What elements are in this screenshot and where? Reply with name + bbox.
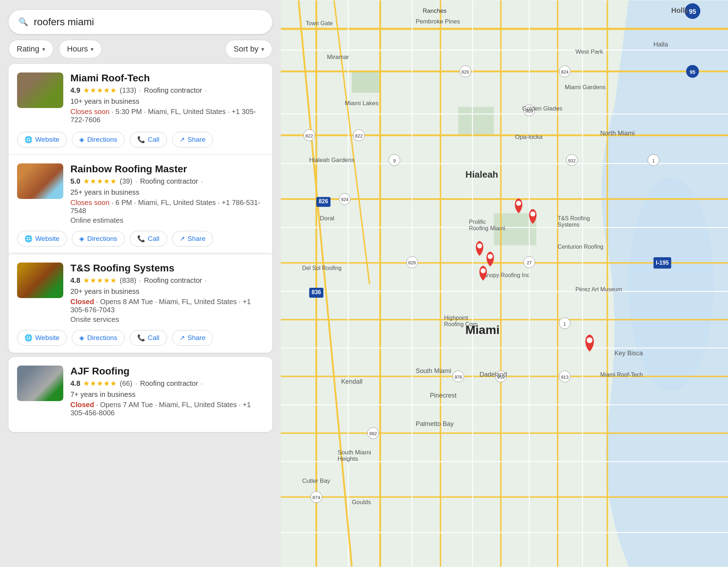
svg-text:I-195: I-195 — [656, 260, 669, 266]
search-input[interactable] — [34, 16, 262, 28]
svg-text:Miami Roof-Tech: Miami Roof-Tech — [600, 372, 643, 378]
website-label: Website — [35, 136, 59, 144]
share-button[interactable]: ↗ Share — [172, 330, 213, 346]
svg-text:Town Gate: Town Gate — [306, 20, 333, 26]
svg-text:Miami Lakes: Miami Lakes — [345, 100, 379, 107]
directions-button[interactable]: ◈ Directions — [72, 132, 124, 147]
svg-text:932: 932 — [568, 158, 576, 163]
svg-text:Canopy Roofing Inc: Canopy Roofing Inc — [480, 272, 529, 278]
call-button[interactable]: 📞 Call — [130, 231, 167, 247]
card-info: Miami Roof-Tech 4.9 ★★★★★ (133) · Roofin… — [70, 72, 264, 125]
hours-filter[interactable]: Hours ▾ — [59, 40, 102, 58]
website-button[interactable]: 🌐 Website — [17, 231, 67, 247]
location: Miami, FL, United States — [159, 298, 237, 306]
svg-text:Hialeah Gardens: Hialeah Gardens — [309, 157, 354, 163]
directions-button[interactable]: ◈ Directions — [72, 231, 124, 247]
svg-text:Roofing Miami: Roofing Miami — [469, 225, 505, 231]
category: Roofing contractor — [140, 379, 198, 388]
card-extra: Onsite services — [70, 315, 264, 324]
svg-text:South Miami: South Miami — [338, 449, 371, 456]
separator2: · — [205, 276, 207, 285]
separator2: · — [201, 177, 203, 185]
years: 10+ years in business — [70, 97, 139, 106]
rating-row: 4.8 ★★★★★ (66) · Roofing contractor · 7+… — [70, 379, 264, 399]
svg-text:Pérez Art Museum: Pérez Art Museum — [576, 286, 622, 292]
directions-icon: ◈ — [79, 334, 84, 342]
svg-point-121 — [481, 268, 486, 273]
svg-text:Roofing Corp: Roofing Corp — [444, 321, 477, 327]
card-image-ajf — [17, 366, 63, 401]
review-count: (66) — [120, 379, 133, 388]
years: 25+ years in business — [70, 188, 139, 196]
share-button[interactable]: ↗ Share — [172, 132, 213, 147]
share-button[interactable]: ↗ Share — [172, 231, 213, 247]
rating-label: Rating — [17, 44, 39, 54]
business-name: T&S Roofing Systems — [70, 263, 264, 274]
ajf-card-container: AJF Roofing 4.8 ★★★★★ (66) · Roofing con… — [9, 357, 272, 432]
svg-point-118 — [530, 211, 535, 216]
svg-text:Kendall: Kendall — [341, 378, 363, 385]
svg-point-117 — [516, 201, 521, 206]
svg-text:Heights: Heights — [338, 455, 358, 462]
card-info: Rainbow Roofing Master 5.0 ★★★★★ (39) · … — [70, 163, 264, 225]
closes-time: 6 PM — [116, 199, 132, 206]
share-label: Share — [188, 235, 206, 243]
call-button[interactable]: 📞 Call — [130, 330, 167, 346]
sort-chevron-icon: ▾ — [261, 46, 264, 53]
rating-number: 4.8 — [70, 379, 80, 388]
website-label: Website — [35, 334, 59, 342]
call-label: Call — [148, 136, 160, 144]
svg-text:Cutler Bay: Cutler Bay — [302, 477, 331, 484]
svg-text:T&S Roofing: T&S Roofing — [558, 215, 590, 221]
map-panel[interactable]: 95 95 826 836 822 822 820 824 924 9 909 — [281, 0, 728, 567]
svg-text:822: 822 — [355, 133, 363, 139]
share-label: Share — [188, 334, 206, 342]
map-svg: 95 95 826 836 822 822 820 824 924 9 909 — [281, 0, 728, 567]
status-sep: · — [96, 401, 100, 409]
card-image-rainbow — [17, 163, 63, 199]
result-card-rainbow-roofing: Rainbow Roofing Master 5.0 ★★★★★ (39) · … — [9, 155, 272, 254]
rating-row: 4.9 ★★★★★ (133) · Roofing contractor · 1… — [70, 86, 264, 106]
rating-chevron-icon: ▾ — [42, 46, 45, 53]
directions-button[interactable]: ◈ Directions — [72, 330, 124, 346]
left-panel: 🔍 Rating ▾ Hours ▾ Sort by ▾ Miami Roof-… — [0, 0, 281, 567]
hours-label: Hours — [67, 44, 88, 54]
category: Roofing contractor — [144, 276, 202, 285]
status-sep: · — [112, 199, 116, 206]
location-sep: · — [134, 199, 138, 206]
card-extra: Online estimates — [70, 216, 264, 225]
card-status: Closed · Opens 7 AM Tue · Miami, FL, Uni… — [70, 401, 264, 417]
website-button[interactable]: 🌐 Website — [17, 330, 67, 346]
status-time: · — [112, 108, 116, 115]
svg-text:1: 1 — [563, 321, 566, 326]
svg-text:822: 822 — [305, 133, 313, 139]
svg-rect-3 — [458, 107, 494, 135]
svg-text:992: 992 — [369, 431, 377, 436]
svg-text:27: 27 — [527, 260, 532, 265]
status-text: Closed — [70, 401, 94, 409]
website-label: Website — [35, 235, 59, 243]
business-name: AJF Roofing — [70, 366, 264, 377]
svg-text:Golden Glades: Golden Glades — [522, 105, 562, 112]
svg-point-1 — [628, 178, 714, 390]
phone-icon: 📞 — [137, 235, 145, 243]
rating-number: 4.9 — [70, 86, 80, 94]
opens-time: Opens 7 AM Tue — [100, 401, 153, 409]
stars: ★★★★★ — [83, 177, 117, 185]
directions-icon: ◈ — [79, 235, 84, 243]
sort-button[interactable]: Sort by ▾ — [225, 40, 272, 58]
svg-text:Highpoint: Highpoint — [444, 315, 468, 321]
svg-text:820: 820 — [461, 69, 469, 75]
business-name: Rainbow Roofing Master — [70, 163, 264, 175]
website-button[interactable]: 🌐 Website — [17, 132, 67, 147]
phone-sep: · — [239, 298, 243, 306]
location-sep: · — [155, 298, 159, 306]
status-text: Closes soon — [70, 199, 109, 206]
svg-text:Halla: Halla — [653, 41, 668, 48]
globe-icon: 🌐 — [25, 136, 32, 144]
rating-filter[interactable]: Rating ▾ — [9, 40, 53, 58]
call-button[interactable]: 📞 Call — [130, 132, 167, 147]
globe-icon: 🌐 — [25, 334, 32, 342]
svg-text:Hialeah: Hialeah — [465, 169, 498, 179]
stars: ★★★★★ — [83, 379, 117, 388]
